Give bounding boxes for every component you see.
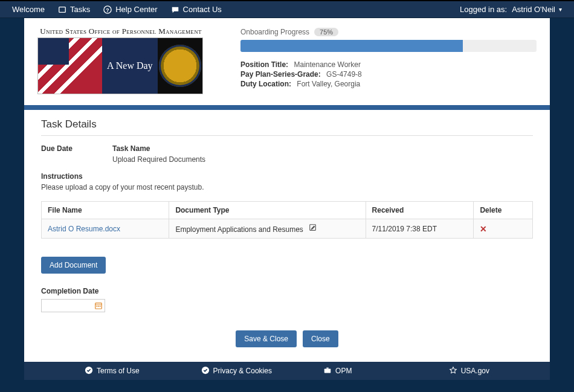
position-title-value: Maintenance Worker (294, 60, 361, 69)
svg-rect-7 (98, 306, 99, 307)
nav-welcome[interactable]: Welcome (12, 5, 45, 14)
top-nav: Welcome Tasks ? Help Center Contact Us L… (0, 0, 574, 18)
motto-image: A New Day (102, 38, 158, 94)
help-icon: ? (103, 5, 112, 14)
col-received: Received (366, 202, 474, 219)
seal-image (158, 38, 202, 94)
user-menu[interactable]: Astrid O'Neil ▾ (512, 5, 562, 14)
calendar-icon[interactable] (94, 301, 103, 310)
col-file-name: File Name (42, 202, 169, 219)
footer-usagov[interactable]: USA.gov (389, 366, 526, 376)
org-banner: United States Office of Personnel Manage… (37, 27, 204, 94)
task-name-label: Task Name (112, 144, 205, 153)
nav-contact[interactable]: Contact Us (171, 5, 222, 14)
nav-tasks-label: Tasks (70, 5, 90, 14)
user-name: Astrid O'Neil (512, 5, 555, 14)
col-doc-type: Document Type (169, 202, 366, 219)
svg-rect-8 (100, 306, 101, 307)
col-delete: Delete (474, 202, 533, 219)
check-circle-icon (201, 366, 210, 376)
logged-in-label: Logged in as: (460, 5, 507, 14)
progress-bar-fill (240, 40, 463, 52)
edit-icon[interactable] (309, 225, 317, 234)
progress-bar (240, 40, 537, 52)
documents-table: File Name Document Type Received Delete … (41, 201, 533, 239)
header-panel: United States Office of Personnel Manage… (24, 18, 550, 105)
footer-opm[interactable]: OPM (287, 366, 389, 376)
table-row: Astrid O Resume.docx Employment Applicat… (42, 219, 533, 239)
panel-divider (24, 105, 550, 110)
doc-type-value: Employment Applications and Resumes (175, 225, 303, 234)
nav-tasks[interactable]: Tasks (58, 5, 90, 14)
close-button[interactable]: Close (303, 330, 338, 347)
nav-contact-label: Contact Us (183, 5, 222, 14)
svg-text:?: ? (106, 7, 109, 13)
add-document-button[interactable]: Add Document (41, 257, 106, 274)
svg-rect-12 (326, 367, 329, 368)
progress-label: Onboarding Progress (240, 28, 309, 36)
chevron-down-icon: ▾ (559, 6, 562, 13)
briefcase-icon (323, 366, 332, 376)
duty-label: Duty Location: (240, 80, 291, 88)
instructions-label: Instructions (41, 172, 533, 181)
section-title: Task Details (41, 118, 533, 130)
file-link[interactable]: Astrid O Resume.docx (48, 225, 120, 233)
tasks-icon (58, 5, 66, 14)
position-title-label: Position Title: (240, 60, 288, 69)
flag-image (38, 38, 102, 94)
org-name: United States Office of Personnel Manage… (37, 27, 204, 37)
received-value: 7/11/2019 7:38 EDT (366, 219, 474, 239)
task-name-value: Upload Required Documents (112, 155, 205, 164)
check-circle-icon (85, 366, 93, 376)
nav-welcome-label: Welcome (12, 5, 45, 14)
banner-image: A New Day (37, 37, 203, 94)
chat-icon (171, 5, 179, 14)
footer-privacy[interactable]: Privacy & Cookies (186, 366, 288, 376)
svg-rect-6 (97, 306, 98, 307)
completion-date-label: Completion Date (41, 287, 533, 295)
star-icon (449, 366, 457, 376)
footer-terms[interactable]: Terms of Use (48, 366, 186, 376)
save-close-button[interactable]: Save & Close (236, 330, 297, 347)
svg-rect-0 (59, 7, 66, 12)
progress-percent: 75% (314, 28, 338, 36)
svg-rect-11 (324, 368, 331, 373)
grade-label: Pay Plan-Series-Grade: (240, 70, 321, 79)
main-panel: Task Details Due Date Task Name Upload R… (24, 110, 550, 362)
nav-help[interactable]: ? Help Center (103, 5, 157, 14)
instructions-text: Please upload a copy of your most recent… (41, 183, 533, 191)
due-date-label: Due Date (41, 144, 112, 164)
section-divider (41, 135, 533, 136)
duty-value: Fort Valley, Georgia (297, 80, 360, 88)
nav-help-label: Help Center (115, 5, 157, 14)
delete-button[interactable]: ✕ (480, 224, 487, 234)
footer: Terms of Use Privacy & Cookies OPM USA.g… (24, 362, 550, 380)
grade-value: GS-4749-8 (326, 70, 362, 79)
